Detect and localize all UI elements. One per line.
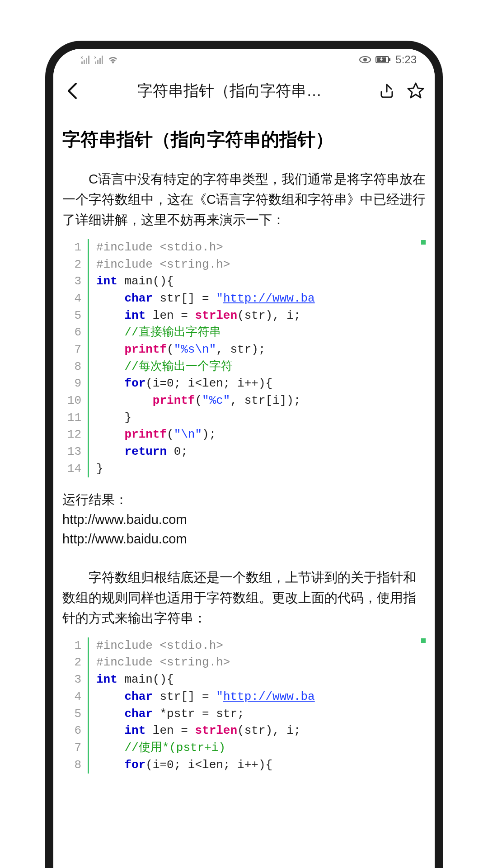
status-bar: × × 5:23 (53, 49, 435, 71)
star-icon (407, 82, 425, 100)
paragraph-1: C语言中没有特定的字符串类型，我们通常是将字符串放在一个字符数组中，这在《C语言… (62, 169, 426, 230)
article-title: 字符串指针（指向字符串的指针） (62, 127, 426, 151)
back-button[interactable] (60, 78, 85, 104)
result-block: 运行结果： http://www.baidu.com http://www.ba… (62, 490, 426, 549)
eye-icon (359, 56, 371, 64)
svg-rect-5 (389, 58, 390, 61)
paragraph-2: 字符数组归根结底还是一个数组，上节讲到的关于指针和数组的规则同样也适用于字符数组… (62, 567, 426, 628)
code-divider (88, 239, 89, 478)
svg-text:×: × (94, 56, 97, 60)
svg-point-3 (363, 58, 367, 61)
code-block-1: 1 2 3 4 5 6 7 8 9 10 11 12 13 14 #includ… (62, 239, 426, 478)
result-line-2: http://www.baidu.com (62, 529, 426, 549)
battery-icon (375, 56, 391, 64)
share-button[interactable] (374, 78, 399, 104)
status-time: 5:23 (395, 53, 417, 66)
page-title: 字符串指针（指向字符串… (89, 80, 371, 101)
line-numbers: 1 2 3 4 5 6 7 8 9 10 11 12 13 14 (62, 239, 88, 478)
article-content[interactable]: 字符串指针（指向字符串的指针） C语言中没有特定的字符串类型，我们通常是将字符串… (53, 111, 435, 868)
code-content: #include <stdio.h> #include <string.h> i… (96, 239, 426, 478)
result-label: 运行结果： (62, 490, 426, 510)
favorite-button[interactable] (403, 78, 428, 104)
status-left: × × (80, 56, 118, 64)
app-bar: 字符串指针（指向字符串… (53, 71, 435, 111)
result-line-1: http://www.baidu.com (62, 510, 426, 530)
signal-icon: × (80, 56, 90, 64)
svg-text:×: × (80, 56, 83, 60)
line-numbers: 1 2 3 4 5 6 7 8 (62, 637, 88, 774)
code-content: #include <stdio.h> #include <string.h> i… (96, 637, 426, 774)
wifi-icon (108, 56, 118, 64)
share-icon (379, 83, 395, 99)
status-right: 5:23 (359, 53, 417, 66)
signal-icon-2: × (94, 56, 104, 64)
code-divider (88, 637, 89, 774)
chevron-left-icon (66, 82, 79, 100)
code-block-2: 1 2 3 4 5 6 7 8 #include <stdio.h> #incl… (62, 637, 426, 774)
